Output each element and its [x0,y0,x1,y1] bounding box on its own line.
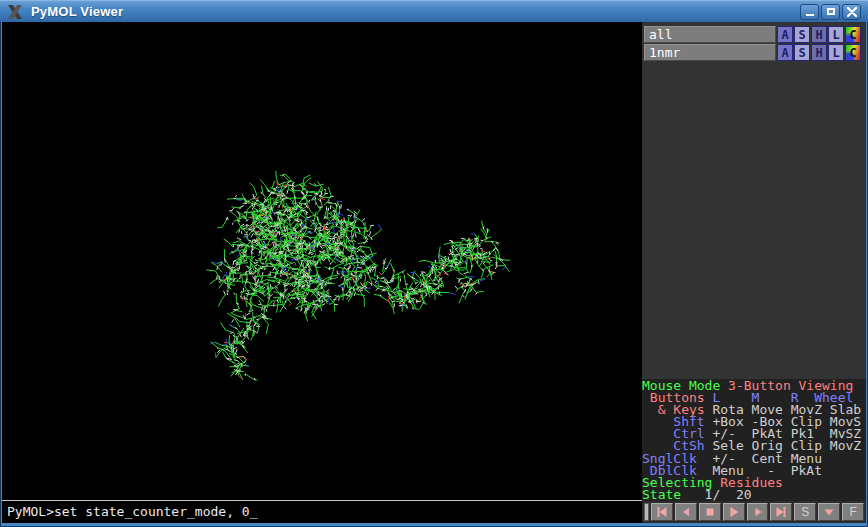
object-panel: allASHLC1nmrASHLC [642,22,866,62]
x11-app-icon [4,3,26,21]
left-column: PyMOL>set state_counter_mode, 0_ [2,22,642,523]
command-cursor: _ [250,504,258,519]
play-icon [728,506,740,518]
object-all-button-h[interactable]: H [811,26,827,43]
sidebar-spacer [642,62,866,379]
movie-down-arrow-button[interactable] [818,503,840,521]
object-1nmr-button-c[interactable]: C [845,44,861,61]
command-prompt: PyMOL> [7,504,54,519]
window-controls [800,4,861,20]
sidebar: allASHLC1nmrASHLC Mouse Mode 3-Button Vi… [642,22,866,523]
object-1nmr-button-l[interactable]: L [828,44,844,61]
movie-step-backward-button[interactable] [675,503,697,521]
object-1nmr-button-a[interactable]: A [777,44,793,61]
object-1nmr-button-h[interactable]: H [811,44,827,61]
maximize-button[interactable] [821,4,840,20]
movie-stop-button[interactable] [699,503,721,521]
movie-f-button[interactable]: F [842,503,864,521]
step-backward-icon [680,506,692,518]
movie-step-forward-button[interactable] [747,503,769,521]
close-button[interactable] [842,4,861,20]
titlebar[interactable]: PyMOL Viewer [0,0,868,22]
panel-resize-handle[interactable] [644,503,649,521]
object-name-1nmr[interactable]: 1nmr [644,44,776,61]
movie-s-button[interactable]: S [794,503,816,521]
movie-controls: SF [642,501,866,523]
pymol-window: PyMOL Viewer PyMOL>set state_counter_mod… [0,0,868,527]
mouse-panel-line-9[interactable]: State 1/ 20 [642,489,866,501]
window-title: PyMOL Viewer [31,4,123,19]
command-line[interactable]: PyMOL>set state_counter_mode, 0_ [2,501,642,523]
window-body: PyMOL>set state_counter_mode, 0_ allASHL… [2,22,866,523]
molecule-render[interactable] [2,22,642,500]
down-arrow-icon [823,506,835,518]
object-all-button-c[interactable]: C [845,26,861,43]
close-icon [847,7,857,17]
object-all-button-a[interactable]: A [777,26,793,43]
movie-skip-forward-button[interactable] [770,503,792,521]
object-row-1nmr: 1nmrASHLC [644,44,865,61]
object-row-all: allASHLC [644,26,865,43]
movie-skip-backward-button[interactable] [651,503,673,521]
movie-play-button[interactable] [723,503,745,521]
skip-backward-icon [656,506,668,518]
minimize-icon [806,14,814,16]
object-all-button-l[interactable]: L [828,26,844,43]
mouse-mode-panel: Mouse Mode 3-Button Viewing Buttons L M … [642,379,866,501]
viewport-3d[interactable] [2,22,642,500]
object-name-all[interactable]: all [644,26,776,43]
maximize-icon [827,8,835,15]
skip-forward-icon [775,506,787,518]
object-all-button-s[interactable]: S [794,26,810,43]
stop-icon [704,506,716,518]
object-1nmr-button-s[interactable]: S [794,44,810,61]
step-forward-icon [752,506,764,518]
command-text: set state_counter_mode, 0 [54,504,250,519]
minimize-button[interactable] [800,4,819,20]
